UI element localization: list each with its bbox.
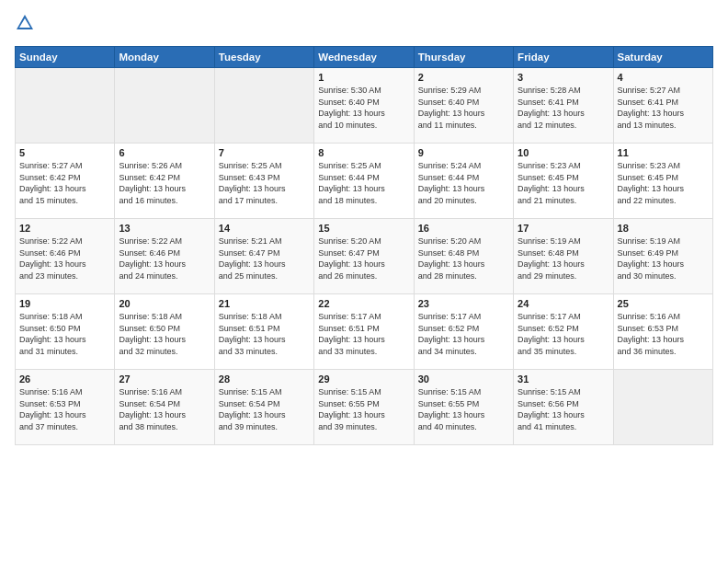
day-info: Sunrise: 5:25 AM Sunset: 6:43 PM Dayligh… — [219, 160, 310, 206]
day-info: Sunrise: 5:24 AM Sunset: 6:44 PM Dayligh… — [418, 160, 509, 206]
day-number: 12 — [19, 223, 110, 234]
weekday-header-friday: Friday — [514, 47, 613, 68]
day-number: 27 — [119, 373, 210, 385]
day-info: Sunrise: 5:19 AM Sunset: 6:49 PM Dayligh… — [618, 236, 709, 282]
calendar-table: SundayMondayTuesdayWednesdayThursdayFrid… — [15, 46, 713, 445]
weekday-header-sunday: Sunday — [16, 47, 115, 68]
day-number: 18 — [618, 223, 709, 234]
day-info: Sunrise: 5:16 AM Sunset: 6:53 PM Dayligh… — [618, 311, 709, 357]
calendar-header: SundayMondayTuesdayWednesdayThursdayFrid… — [16, 47, 713, 68]
calendar-cell: 8Sunrise: 5:25 AM Sunset: 6:44 PM Daylig… — [314, 144, 414, 219]
calendar-cell: 12Sunrise: 5:22 AM Sunset: 6:46 PM Dayli… — [16, 219, 115, 294]
day-number: 30 — [418, 373, 509, 385]
calendar-cell: 20Sunrise: 5:18 AM Sunset: 6:50 PM Dayli… — [115, 294, 214, 370]
day-info: Sunrise: 5:18 AM Sunset: 6:50 PM Dayligh… — [119, 311, 210, 357]
day-info: Sunrise: 5:20 AM Sunset: 6:48 PM Dayligh… — [418, 236, 509, 282]
day-info: Sunrise: 5:15 AM Sunset: 6:56 PM Dayligh… — [518, 386, 609, 432]
calendar-cell: 6Sunrise: 5:26 AM Sunset: 6:42 PM Daylig… — [115, 144, 214, 219]
day-info: Sunrise: 5:17 AM Sunset: 6:52 PM Dayligh… — [518, 311, 609, 357]
day-number: 11 — [618, 147, 709, 158]
day-number: 17 — [518, 223, 609, 234]
day-info: Sunrise: 5:29 AM Sunset: 6:40 PM Dayligh… — [418, 85, 509, 131]
calendar-cell: 19Sunrise: 5:18 AM Sunset: 6:50 PM Dayli… — [16, 294, 115, 370]
day-number: 5 — [19, 147, 110, 158]
day-number: 31 — [518, 373, 609, 385]
calendar-cell: 16Sunrise: 5:20 AM Sunset: 6:48 PM Dayli… — [414, 219, 513, 294]
calendar-cell: 3Sunrise: 5:28 AM Sunset: 6:41 PM Daylig… — [514, 68, 613, 144]
day-number: 2 — [418, 72, 509, 83]
day-number: 15 — [318, 223, 409, 234]
day-info: Sunrise: 5:18 AM Sunset: 6:51 PM Dayligh… — [219, 311, 310, 357]
day-number: 1 — [318, 72, 409, 83]
calendar-cell: 27Sunrise: 5:16 AM Sunset: 6:54 PM Dayli… — [115, 370, 214, 445]
day-number: 21 — [219, 298, 310, 309]
day-number: 3 — [518, 72, 609, 83]
day-info: Sunrise: 5:16 AM Sunset: 6:53 PM Dayligh… — [19, 386, 110, 432]
calendar-cell: 29Sunrise: 5:15 AM Sunset: 6:55 PM Dayli… — [314, 370, 414, 445]
day-info: Sunrise: 5:18 AM Sunset: 6:50 PM Dayligh… — [19, 311, 110, 357]
day-info: Sunrise: 5:26 AM Sunset: 6:42 PM Dayligh… — [119, 160, 210, 206]
calendar-week-row: 19Sunrise: 5:18 AM Sunset: 6:50 PM Dayli… — [16, 294, 713, 370]
calendar-cell: 10Sunrise: 5:23 AM Sunset: 6:45 PM Dayli… — [514, 144, 613, 219]
calendar-cell: 30Sunrise: 5:15 AM Sunset: 6:55 PM Dayli… — [414, 370, 513, 445]
calendar-cell: 17Sunrise: 5:19 AM Sunset: 6:48 PM Dayli… — [514, 219, 613, 294]
calendar-cell: 2Sunrise: 5:29 AM Sunset: 6:40 PM Daylig… — [414, 68, 513, 144]
calendar-cell: 4Sunrise: 5:27 AM Sunset: 6:41 PM Daylig… — [613, 68, 712, 144]
weekday-header-row: SundayMondayTuesdayWednesdayThursdayFrid… — [16, 47, 713, 68]
day-info: Sunrise: 5:22 AM Sunset: 6:46 PM Dayligh… — [119, 236, 210, 282]
day-number: 25 — [618, 298, 709, 309]
day-info: Sunrise: 5:15 AM Sunset: 6:55 PM Dayligh… — [418, 386, 509, 432]
calendar-week-row: 5Sunrise: 5:27 AM Sunset: 6:42 PM Daylig… — [16, 144, 713, 219]
calendar-cell: 14Sunrise: 5:21 AM Sunset: 6:47 PM Dayli… — [214, 219, 313, 294]
calendar-cell — [214, 68, 313, 144]
weekday-header-wednesday: Wednesday — [314, 47, 414, 68]
day-info: Sunrise: 5:27 AM Sunset: 6:41 PM Dayligh… — [618, 85, 709, 131]
day-number: 7 — [219, 147, 310, 158]
day-info: Sunrise: 5:15 AM Sunset: 6:55 PM Dayligh… — [318, 386, 409, 432]
day-number: 19 — [19, 298, 110, 309]
day-info: Sunrise: 5:22 AM Sunset: 6:46 PM Dayligh… — [19, 236, 110, 282]
day-info: Sunrise: 5:20 AM Sunset: 6:47 PM Dayligh… — [318, 236, 409, 282]
day-number: 26 — [19, 373, 110, 385]
day-number: 9 — [418, 147, 509, 158]
day-number: 14 — [219, 223, 310, 234]
calendar-cell — [115, 68, 214, 144]
calendar-cell: 25Sunrise: 5:16 AM Sunset: 6:53 PM Dayli… — [613, 294, 712, 370]
day-info: Sunrise: 5:23 AM Sunset: 6:45 PM Dayligh… — [518, 160, 609, 206]
calendar-cell: 22Sunrise: 5:17 AM Sunset: 6:51 PM Dayli… — [314, 294, 414, 370]
calendar-cell: 5Sunrise: 5:27 AM Sunset: 6:42 PM Daylig… — [16, 144, 115, 219]
day-info: Sunrise: 5:25 AM Sunset: 6:44 PM Dayligh… — [318, 160, 409, 206]
calendar-cell: 24Sunrise: 5:17 AM Sunset: 6:52 PM Dayli… — [514, 294, 613, 370]
calendar-cell: 21Sunrise: 5:18 AM Sunset: 6:51 PM Dayli… — [214, 294, 313, 370]
day-number: 28 — [219, 373, 310, 385]
calendar-body: 1Sunrise: 5:30 AM Sunset: 6:40 PM Daylig… — [16, 68, 713, 445]
day-info: Sunrise: 5:21 AM Sunset: 6:47 PM Dayligh… — [219, 236, 310, 282]
day-number: 8 — [318, 147, 409, 158]
calendar-cell: 15Sunrise: 5:20 AM Sunset: 6:47 PM Dayli… — [314, 219, 414, 294]
day-info: Sunrise: 5:27 AM Sunset: 6:42 PM Dayligh… — [19, 160, 110, 206]
day-info: Sunrise: 5:16 AM Sunset: 6:54 PM Dayligh… — [119, 386, 210, 432]
day-number: 16 — [418, 223, 509, 234]
calendar-cell: 1Sunrise: 5:30 AM Sunset: 6:40 PM Daylig… — [314, 68, 414, 144]
weekday-header-thursday: Thursday — [414, 47, 513, 68]
day-number: 24 — [518, 298, 609, 309]
calendar-cell — [613, 370, 712, 445]
day-info: Sunrise: 5:17 AM Sunset: 6:52 PM Dayligh… — [418, 311, 509, 357]
calendar-week-row: 1Sunrise: 5:30 AM Sunset: 6:40 PM Daylig… — [16, 68, 713, 144]
calendar-cell: 28Sunrise: 5:15 AM Sunset: 6:54 PM Dayli… — [214, 370, 313, 445]
day-number: 22 — [318, 298, 409, 309]
calendar-cell: 7Sunrise: 5:25 AM Sunset: 6:43 PM Daylig… — [214, 144, 313, 219]
header — [15, 15, 713, 37]
calendar-week-row: 26Sunrise: 5:16 AM Sunset: 6:53 PM Dayli… — [16, 370, 713, 445]
day-number: 10 — [518, 147, 609, 158]
day-info: Sunrise: 5:15 AM Sunset: 6:54 PM Dayligh… — [219, 386, 310, 432]
calendar-week-row: 12Sunrise: 5:22 AM Sunset: 6:46 PM Dayli… — [16, 219, 713, 294]
calendar-cell: 9Sunrise: 5:24 AM Sunset: 6:44 PM Daylig… — [414, 144, 513, 219]
calendar-cell: 13Sunrise: 5:22 AM Sunset: 6:46 PM Dayli… — [115, 219, 214, 294]
calendar-cell: 11Sunrise: 5:23 AM Sunset: 6:45 PM Dayli… — [613, 144, 712, 219]
logo-icon — [15, 13, 35, 33]
calendar-cell: 18Sunrise: 5:19 AM Sunset: 6:49 PM Dayli… — [613, 219, 712, 294]
calendar-cell: 26Sunrise: 5:16 AM Sunset: 6:53 PM Dayli… — [16, 370, 115, 445]
day-info: Sunrise: 5:28 AM Sunset: 6:41 PM Dayligh… — [518, 85, 609, 131]
day-info: Sunrise: 5:17 AM Sunset: 6:51 PM Dayligh… — [318, 311, 409, 357]
